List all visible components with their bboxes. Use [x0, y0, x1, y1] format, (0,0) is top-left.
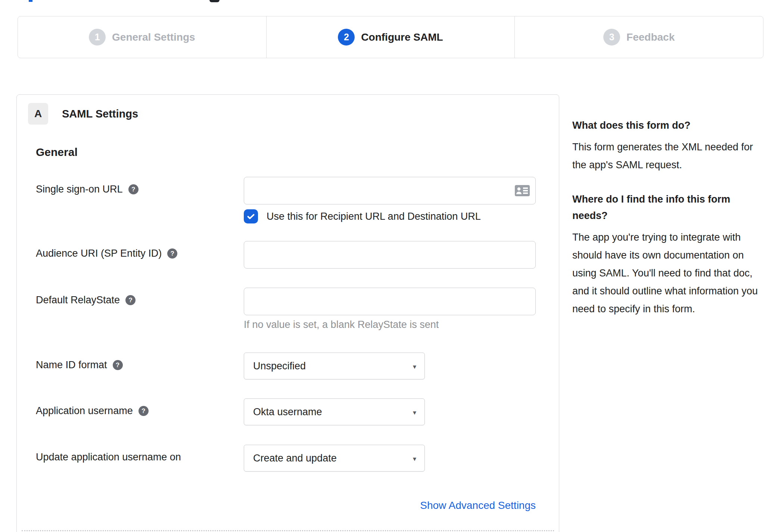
audience-input-wrap [244, 241, 536, 269]
step-label: Configure SAML [361, 31, 443, 43]
chevron-down-icon: ▾ [413, 363, 416, 371]
help-section-what: What does this form do? This form genera… [572, 117, 765, 174]
section-title: SAML Settings [62, 108, 138, 120]
step-general-settings[interactable]: 1 General Settings [18, 16, 266, 58]
help-icon[interactable]: ? [167, 248, 177, 259]
step-number-badge: 3 [603, 29, 620, 46]
help-icon[interactable]: ? [128, 184, 139, 194]
application-username-select[interactable]: Okta username ▾ [244, 398, 425, 425]
nameid-label: Name ID format [36, 359, 107, 371]
field-row-sso: Single sign-on URL ? [36, 177, 536, 204]
section-header: A SAML Settings [28, 103, 559, 125]
update-application-username-select[interactable]: Create and update ▾ [244, 445, 425, 472]
checkmark-icon [246, 212, 256, 221]
step-number-badge: 1 [89, 29, 106, 46]
chevron-down-icon: ▾ [413, 409, 416, 417]
step-configure-saml[interactable]: 2 Configure SAML [266, 16, 515, 58]
audience-uri-input[interactable] [244, 241, 536, 269]
advanced-link-row: Show Advanced Settings [36, 500, 536, 511]
help-icon[interactable]: ? [125, 295, 136, 305]
help-body: The app you're trying to integrate with … [572, 228, 765, 318]
default-relaystate-input[interactable] [244, 288, 536, 315]
chevron-down-icon: ▾ [413, 455, 416, 463]
step-label: Feedback [626, 31, 675, 43]
general-group-title: General [36, 146, 559, 159]
selected-value: Create and update [253, 453, 337, 464]
help-sidebar: What does this form do? This form genera… [572, 117, 765, 318]
relaystate-input-wrap [244, 288, 536, 315]
recipient-url-checkbox[interactable] [244, 209, 258, 223]
app-username-label-wrap: Application username ? [36, 398, 244, 417]
help-body: This form generates the XML needed for t… [572, 138, 765, 174]
nameid-label-wrap: Name ID format ? [36, 353, 244, 371]
contact-card-icon [515, 185, 530, 198]
help-heading: Where do I find the info this form needs… [572, 191, 765, 224]
field-row-update-username: Update application username on Create an… [36, 445, 536, 472]
relaystate-label: Default RelayState [36, 294, 120, 306]
help-section-where: Where do I find the info this form needs… [572, 191, 765, 318]
section-a-badge: A [28, 103, 48, 125]
name-id-format-select[interactable]: Unspecified ▾ [244, 353, 425, 379]
clipped-icon-fragment [209, 0, 220, 2]
relaystate-input-col: If no value is set, a blank RelayState i… [244, 288, 536, 331]
saml-settings-panel: A SAML Settings General Single sign-on U… [16, 94, 559, 532]
audience-label: Audience URI (SP Entity ID) [36, 247, 162, 260]
update-username-label-wrap: Update application username on [36, 445, 244, 463]
recipient-url-checkbox-row: Use this for Recipient URL and Destinati… [244, 209, 536, 223]
field-row-app-username: Application username ? Okta username ▾ [36, 398, 536, 425]
sso-input-wrap [244, 177, 536, 204]
help-heading: What does this form do? [572, 117, 765, 134]
selected-value: Okta username [253, 406, 322, 418]
relaystate-label-wrap: Default RelayState ? [36, 288, 244, 306]
help-icon[interactable]: ? [113, 360, 123, 370]
saml-form: Single sign-on URL ? [36, 177, 536, 511]
field-row-relaystate: Default RelayState ? If no value is set,… [36, 288, 536, 331]
single-sign-on-url-input[interactable] [244, 177, 536, 204]
show-advanced-settings-link[interactable]: Show Advanced Settings [420, 500, 536, 511]
relaystate-hint: If no value is set, a blank RelayState i… [244, 319, 536, 331]
step-number-badge: 2 [338, 29, 355, 46]
recipient-url-checkbox-label: Use this for Recipient URL and Destinati… [267, 211, 481, 222]
help-icon[interactable]: ? [139, 406, 149, 416]
selected-value: Unspecified [253, 360, 306, 372]
clipped-logo-fragment [29, 0, 32, 2]
step-label: General Settings [112, 31, 195, 43]
wizard-steps-bar: 1 General Settings 2 Configure SAML 3 Fe… [18, 16, 763, 58]
field-row-nameid: Name ID format ? Unspecified ▾ [36, 353, 536, 379]
app-username-label: Application username [36, 404, 133, 417]
update-username-label: Update application username on [36, 451, 181, 463]
dashed-separator [22, 530, 554, 531]
audience-label-wrap: Audience URI (SP Entity ID) ? [36, 241, 244, 260]
field-row-audience: Audience URI (SP Entity ID) ? [36, 241, 536, 269]
sso-label-wrap: Single sign-on URL ? [36, 177, 244, 195]
sso-label: Single sign-on URL [36, 183, 123, 195]
step-feedback[interactable]: 3 Feedback [514, 16, 763, 58]
